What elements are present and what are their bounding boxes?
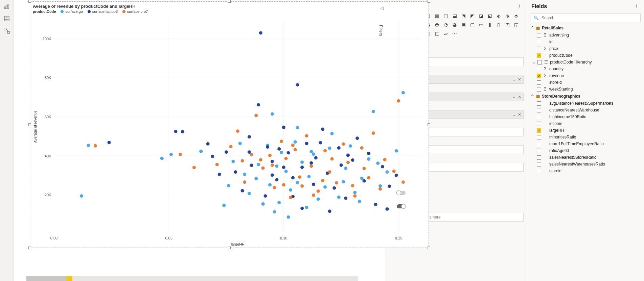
field-row[interactable]: more1FullTimeEmployeeRatio (527, 140, 644, 147)
viz-type-icon[interactable]: ▮ (486, 21, 493, 28)
field-row[interactable]: ΣweekStarting (527, 86, 644, 93)
sigma-icon: Σ (543, 46, 547, 51)
field-checkbox[interactable] (537, 60, 542, 65)
remove-icon[interactable]: ✕ (518, 112, 521, 117)
resize-handle[interactable] (428, 0, 430, 3)
field-checkbox[interactable] (537, 149, 541, 153)
field-checkbox[interactable] (537, 155, 541, 160)
page-tab-scrollbar[interactable] (26, 276, 358, 281)
viz-type-icon[interactable]: ◕ (451, 21, 458, 28)
viz-type-icon[interactable]: ▱ (442, 30, 450, 37)
resize-handle[interactable] (228, 0, 231, 3)
expand-icon[interactable]: ⌃ (531, 26, 534, 30)
viz-type-icon[interactable]: ◰ (504, 21, 511, 28)
report-canvas[interactable]: Average of revenue by productCode and la… (14, 0, 385, 281)
field-checkbox[interactable] (537, 40, 541, 44)
field-checkbox[interactable] (537, 122, 541, 126)
collapse-pane-icon[interactable]: 〉 (518, 3, 523, 9)
field-row[interactable]: minoritiesRatio (527, 134, 644, 140)
viz-type-icon[interactable]: ▣ (460, 21, 467, 28)
field-name: id (549, 40, 552, 44)
viz-type-icon[interactable]: ⬘ (512, 12, 520, 20)
field-checkbox[interactable]: ✓ (537, 128, 541, 133)
viz-type-icon[interactable]: ◫ (442, 12, 450, 20)
field-checkbox[interactable]: ✓ (537, 53, 541, 58)
viz-type-icon[interactable]: ◫ (433, 30, 441, 37)
viz-type-icon[interactable]: ▩ (433, 12, 441, 20)
svg-text:60K: 60K (45, 115, 51, 119)
field-row[interactable]: id (527, 39, 644, 45)
collapse-filters-icon[interactable]: ◁ (380, 5, 384, 10)
field-row[interactable]: income (527, 120, 644, 127)
field-checkbox[interactable] (537, 101, 541, 106)
field-checkbox[interactable] (537, 33, 541, 37)
viz-type-icon[interactable]: ⬔ (460, 12, 467, 20)
resize-handle[interactable] (28, 0, 31, 3)
fields-search[interactable]: 🔍 (531, 14, 641, 22)
search-input[interactable] (541, 15, 638, 21)
viz-type-icon[interactable]: ▭ (477, 21, 485, 28)
field-row[interactable]: distanceNearestWarehouse (527, 107, 644, 113)
table-header[interactable]: ⌃▦RetailSales (527, 24, 644, 32)
expand-icon[interactable]: ⌄ (532, 60, 535, 65)
field-row[interactable]: ✓Σrevenue (527, 72, 644, 79)
field-checkbox[interactable] (537, 87, 541, 92)
viz-type-icon[interactable]: ⬕ (486, 12, 493, 20)
field-checkbox[interactable]: ✓ (537, 74, 541, 78)
field-row[interactable]: ✓productCode (527, 52, 644, 59)
field-checkbox[interactable] (537, 47, 541, 51)
field-checkbox[interactable] (537, 108, 541, 112)
field-checkbox[interactable] (537, 169, 541, 173)
svg-point-79 (376, 161, 380, 165)
viz-type-icon[interactable]: ▢ (468, 21, 476, 28)
field-name: minoritiesRatio (549, 135, 576, 139)
viz-type-icon[interactable]: ◩ (468, 12, 476, 20)
field-checkbox[interactable] (537, 135, 541, 139)
scatter-visual[interactable]: Average of revenue by productCode and la… (30, 1, 429, 248)
report-view-icon[interactable] (3, 3, 10, 10)
viz-type-icon[interactable]: ⋯ (451, 30, 458, 37)
field-row[interactable]: Σprice (527, 45, 644, 52)
scrollbar-thumb[interactable] (26, 276, 67, 281)
viz-type-icon[interactable]: ◔ (442, 21, 450, 28)
field-checkbox[interactable] (537, 67, 541, 71)
viz-type-icon[interactable]: ▯ (495, 21, 502, 28)
model-view-icon[interactable] (3, 27, 10, 34)
expand-icon[interactable]: ⌃ (531, 94, 534, 99)
viz-type-icon[interactable]: ⬗ (504, 12, 511, 20)
viz-type-icon[interactable]: ◪ (477, 12, 485, 20)
field-row[interactable]: salesNearestWarehousesRatio (527, 161, 644, 168)
field-checkbox[interactable] (537, 115, 541, 119)
chevron-down-icon[interactable]: ⌄ (512, 95, 516, 99)
svg-point-171 (291, 144, 295, 147)
data-view-icon[interactable] (3, 15, 10, 22)
field-row[interactable]: Σquantity (527, 66, 644, 72)
field-checkbox[interactable] (537, 80, 541, 85)
field-row[interactable]: highincome150Ratio (527, 113, 644, 120)
field-checkbox[interactable] (537, 142, 541, 146)
viz-type-icon[interactable]: ◱ (512, 21, 520, 28)
viz-type-icon[interactable]: ◓ (433, 21, 441, 28)
field-row[interactable]: ⌄☷productCode Hierarchy (527, 59, 644, 66)
field-row[interactable]: storeId (527, 79, 644, 86)
remove-icon[interactable]: ✕ (518, 95, 521, 99)
chevron-down-icon[interactable]: ⌄ (512, 77, 516, 82)
legend-item[interactable]: surface.laptop3 (88, 9, 118, 14)
field-checkbox[interactable] (537, 162, 541, 167)
viz-type-icon[interactable]: ⬓ (451, 12, 458, 20)
chevron-down-icon[interactable]: ⌄ (512, 112, 516, 117)
field-row[interactable]: ✓largeHH (527, 127, 644, 134)
legend-item[interactable]: surface.go (61, 9, 83, 14)
viz-type-icon[interactable]: ⬖ (495, 12, 502, 20)
collapse-pane-icon[interactable]: 〉 (635, 3, 640, 9)
remove-icon[interactable]: ✕ (518, 77, 521, 82)
scatter-plot[interactable]: 20K40K60K80K100K0.000.050.100.15largeHHA… (30, 16, 429, 248)
filters-pane-tab[interactable]: Filters (377, 17, 385, 44)
field-row[interactable]: ratioAge60 (527, 147, 644, 154)
field-row[interactable]: salesNearest5StoresRatio (527, 154, 644, 161)
legend-item[interactable]: surface.pro7 (122, 9, 148, 14)
field-row[interactable]: avgDistanceNearest5Supermarkets (527, 100, 644, 107)
field-row[interactable]: Σadvertising (527, 32, 644, 39)
table-header[interactable]: ⌃▦StoreDemographics (527, 93, 644, 100)
field-row[interactable]: storeid (527, 168, 644, 174)
